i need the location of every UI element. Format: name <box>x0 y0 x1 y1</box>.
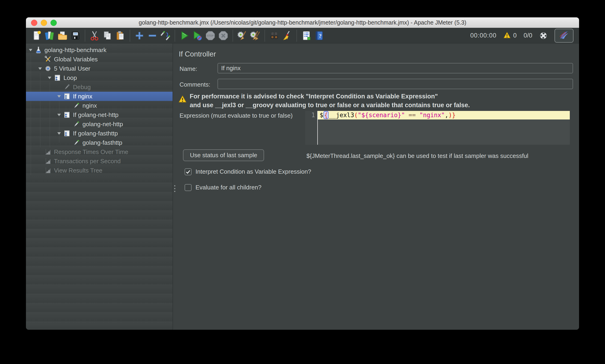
splitter-grip[interactable] <box>174 185 175 192</box>
code-segment-op: == <box>408 112 416 118</box>
code-segment-plain: __jexl3 <box>329 112 354 118</box>
checkbox-box[interactable] <box>184 184 192 191</box>
tree-item-loop[interactable]: Loop <box>26 73 172 82</box>
search-button[interactable] <box>268 29 281 42</box>
function-helper-button[interactable] <box>300 29 313 42</box>
dropper-icon <box>73 120 80 128</box>
clear-button[interactable] <box>236 29 249 42</box>
editor-code-area[interactable]: ${__jexl3("${scenario}" == "nginx",)} <box>318 111 570 145</box>
start-button[interactable] <box>178 29 191 42</box>
tree-item-debug[interactable]: Debug <box>26 82 172 92</box>
expander-down-icon[interactable] <box>26 45 35 55</box>
jmeter-window: golang-http-benchmark.jmx (/Users/nicola… <box>26 17 579 330</box>
start-no-pauses-icon <box>192 30 203 41</box>
use-last-sample-button[interactable]: Use status of last sample <box>183 149 264 161</box>
warning-triangle-icon <box>178 95 187 103</box>
dropper-icon <box>73 139 80 146</box>
tree-item-label: If nginx <box>73 93 92 100</box>
toolbar-separator <box>175 30 175 42</box>
elapsed-timer: 00:00:00 <box>470 32 496 39</box>
controller-icon <box>63 111 71 118</box>
desktop-background: golang-http-benchmark.jmx (/Users/nicola… <box>0 0 605 364</box>
save-button[interactable] <box>69 29 82 42</box>
tree-item-label: If golang-net-http <box>73 111 118 118</box>
tree-item-golang-fasthttp[interactable]: golang-fasthttp <box>26 138 172 147</box>
code-segment-plain: , <box>445 112 448 118</box>
expander-down-icon[interactable] <box>55 129 63 138</box>
clear-icon <box>237 30 248 41</box>
clear-all-button[interactable] <box>249 29 262 42</box>
tree-item-label: 5 Virtual User <box>54 65 90 72</box>
comments-input[interactable] <box>218 79 573 89</box>
tree-item-5-virtual-user[interactable]: 5 Virtual User <box>26 64 172 73</box>
remove-icon <box>147 30 158 41</box>
chart-icon <box>44 157 52 165</box>
paste-icon <box>115 30 126 41</box>
close-button[interactable] <box>31 20 37 26</box>
gear-icon <box>44 65 52 72</box>
start-no-pauses-button[interactable] <box>191 29 204 42</box>
help-button[interactable]: ? <box>313 29 326 42</box>
save-icon <box>70 30 81 41</box>
expander-down-icon[interactable] <box>36 64 44 73</box>
toolbar-separator <box>264 30 265 42</box>
tree-item-global-variables[interactable]: Global Variables <box>26 55 172 64</box>
controller-icon <box>54 74 61 81</box>
templates-button[interactable] <box>43 29 56 42</box>
tree-item-label: golang-net-http <box>82 121 123 128</box>
jmeter-logo-button[interactable] <box>554 29 574 43</box>
start-icon <box>179 30 190 41</box>
search-reset-icon <box>282 30 292 41</box>
expander-down-icon[interactable] <box>45 73 54 82</box>
tree-item-view-results-tree[interactable]: View Results Tree <box>26 166 172 175</box>
function-helper-icon <box>301 30 312 41</box>
tree-item-transactions-per-second[interactable]: Transactions per Second <box>26 156 172 166</box>
expander-down-icon[interactable] <box>55 110 63 119</box>
expander-slot <box>36 55 44 64</box>
expression-label: Expression (must evaluate to true or fal… <box>180 112 292 119</box>
shutdown-icon <box>218 30 229 41</box>
expander-slot <box>36 147 44 156</box>
tree-item-golang-http-benchmark[interactable]: golang-http-benchmark <box>26 45 172 55</box>
minimize-button[interactable] <box>41 20 47 26</box>
tree-item-golang-net-http[interactable]: golang-net-http <box>26 119 172 129</box>
svg-text:STOP: STOP <box>207 34 213 37</box>
checkbox-label: Evaluate for all children? <box>196 184 262 191</box>
tree-item-response-times-over-time[interactable]: Response Times Over Time <box>26 147 172 156</box>
search-reset-button[interactable] <box>281 29 294 42</box>
new-file-icon <box>31 30 42 41</box>
zoom-button[interactable] <box>51 20 57 26</box>
expander-slot <box>64 101 73 110</box>
tree-item-if-golang-net-http[interactable]: If golang-net-http <box>26 110 172 119</box>
tree-item-nginx[interactable]: nginx <box>26 101 172 110</box>
add-button[interactable] <box>133 29 146 42</box>
copy-button[interactable] <box>101 29 114 42</box>
checkbox-box[interactable] <box>184 168 192 175</box>
warning-triangle-icon <box>503 31 511 40</box>
name-label: Name: <box>180 65 197 72</box>
expander-down-icon[interactable] <box>55 92 63 101</box>
remove-button[interactable] <box>146 29 159 42</box>
open-file-button[interactable] <box>56 29 69 42</box>
paste-button[interactable] <box>114 29 127 42</box>
shutdown-button <box>217 29 230 42</box>
code-line: ${__jexl3("${scenario}" == "nginx",)} <box>318 111 570 119</box>
new-file-button[interactable] <box>30 29 43 42</box>
tree-item-if-nginx[interactable]: If nginx <box>26 92 172 101</box>
expression-editor[interactable]: 1 ${__jexl3("${scenario}" == "nginx",)} <box>305 111 570 145</box>
flask-icon <box>35 46 42 54</box>
expander-slot <box>55 82 63 92</box>
name-input[interactable] <box>218 63 573 73</box>
log-warnings-indicator[interactable]: 0 <box>503 31 516 40</box>
toolbar-separator <box>130 30 130 42</box>
toggle-button[interactable] <box>159 29 172 42</box>
toolbar-separator <box>296 30 297 42</box>
interpret-condition-checkbox[interactable]: Interpret Condition as Variable Expressi… <box>184 168 311 175</box>
svg-text:?: ? <box>319 33 321 39</box>
code-segment-string: "${scenario}" <box>358 112 405 118</box>
chart-icon <box>44 167 52 174</box>
active-threads-indicator: 0/0 <box>524 32 532 39</box>
evaluate-all-children-checkbox[interactable]: Evaluate for all children? <box>184 184 262 191</box>
tree-item-if-golang-fasthttp[interactable]: If golang-fasthttp <box>26 129 172 138</box>
cut-button[interactable] <box>88 29 101 42</box>
